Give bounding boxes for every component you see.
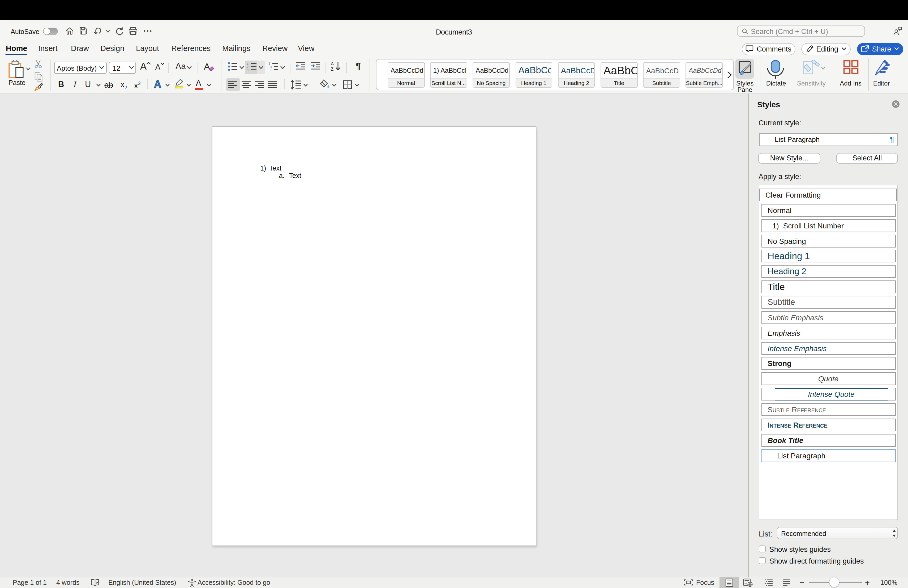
svg-text:A: A xyxy=(331,61,334,66)
svg-text:2: 2 xyxy=(247,65,248,68)
svg-text:3: 3 xyxy=(247,69,248,71)
svg-text:Z: Z xyxy=(331,66,333,71)
svg-text:1: 1 xyxy=(247,62,248,65)
svg-text:i: i xyxy=(270,68,271,71)
svg-text:a: a xyxy=(270,65,272,68)
svg-text:1: 1 xyxy=(269,62,270,65)
